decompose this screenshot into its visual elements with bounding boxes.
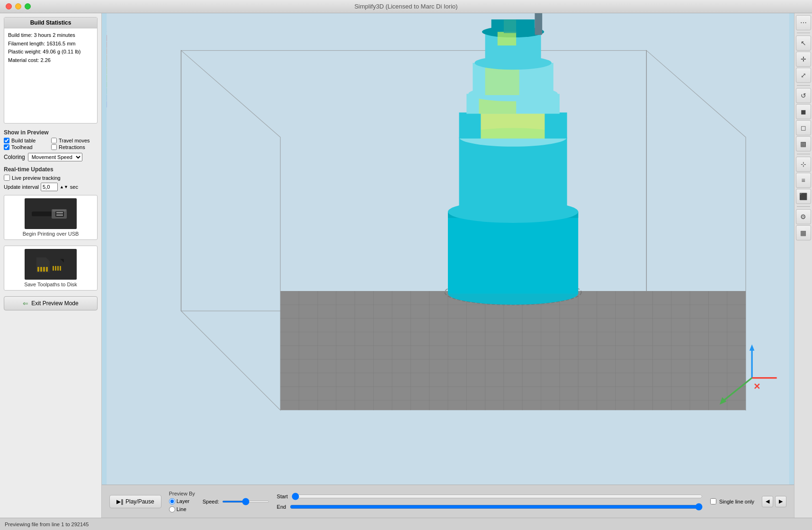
- preview-by-title: Preview By: [169, 491, 195, 496]
- end-slider-row: End: [277, 503, 703, 511]
- travel-moves-checkbox-item[interactable]: Travel moves: [51, 138, 98, 143]
- layers-button[interactable]: ≡: [796, 173, 811, 188]
- view-wireframe-button[interactable]: ◻: [796, 120, 811, 135]
- viewport-3d[interactable]: ✕: [102, 13, 794, 485]
- maximize-button[interactable]: [25, 3, 31, 9]
- prev-layer-button[interactable]: ◀: [762, 496, 773, 507]
- exit-preview-button[interactable]: ⇐ Exit Preview Mode: [4, 296, 98, 310]
- single-line-label: Single line only: [719, 499, 754, 504]
- rotate-button[interactable]: ↺: [796, 88, 811, 103]
- svg-rect-62: [479, 113, 547, 139]
- pointer-tool-button[interactable]: ↖: [796, 35, 811, 51]
- status-text: Previewing file from line 1 to 292145: [5, 521, 89, 527]
- svg-rect-74: [498, 32, 516, 45]
- axes-button[interactable]: ⊹: [796, 157, 811, 172]
- build-table-checkbox-item[interactable]: Build table: [4, 138, 50, 143]
- settings-icon: ⚙: [800, 213, 806, 221]
- update-interval-stepper[interactable]: ▲▼: [60, 185, 68, 189]
- pan-tool-button[interactable]: ✛: [796, 52, 811, 67]
- svg-rect-14: [53, 266, 54, 271]
- settings-button[interactable]: ⚙: [796, 209, 811, 224]
- layer-radio[interactable]: [169, 498, 175, 504]
- svg-rect-75: [504, 19, 516, 33]
- play-pause-button[interactable]: ▶‖ Play/Pause: [109, 495, 161, 508]
- viewport-area: Preview Mode Speed (mm/min) 9600 8676 77…: [102, 13, 794, 518]
- svg-rect-64: [544, 113, 567, 139]
- svg-rect-18: [107, 13, 789, 485]
- main-layout: Build Statistics Build time: 3 hours 2 m…: [0, 13, 812, 518]
- build-table-label: Build table: [11, 138, 36, 143]
- bottom-controls: ▶‖ Play/Pause Preview By Layer Line Spee…: [102, 485, 794, 518]
- toolhead-checkbox[interactable]: [4, 144, 9, 150]
- svg-rect-16: [57, 266, 59, 271]
- nav-arrows: ◀ ▶: [762, 496, 786, 507]
- update-interval-label: Update interval: [4, 184, 39, 190]
- line-radio-item[interactable]: Line: [169, 506, 195, 512]
- update-interval-row: Update interval ▲▼ sec: [0, 182, 101, 192]
- svg-rect-15: [55, 266, 56, 271]
- start-label: Start: [277, 494, 288, 499]
- close-button[interactable]: [6, 3, 12, 9]
- preview-checkboxes: Build table Travel moves Toolhead Retrac…: [0, 137, 101, 151]
- start-slider[interactable]: [292, 493, 703, 500]
- layer-radio-label: Layer: [177, 498, 190, 504]
- axes-icon: ⊹: [801, 160, 806, 168]
- minimize-button[interactable]: [15, 3, 21, 9]
- next-layer-button[interactable]: ▶: [775, 496, 786, 507]
- play-pause-icon: ▶‖: [116, 498, 124, 505]
- svg-rect-2: [55, 211, 64, 217]
- view-3d-button[interactable]: ⬛: [796, 189, 811, 204]
- usb-card-label: Begin Printing over USB: [23, 231, 79, 237]
- usb-icon: [32, 204, 70, 223]
- end-label: End: [277, 504, 286, 510]
- line-radio[interactable]: [169, 506, 175, 512]
- single-line-checkbox[interactable]: [710, 498, 716, 504]
- svg-rect-11: [46, 267, 48, 272]
- coloring-label: Coloring: [4, 154, 25, 160]
- live-preview-checkbox[interactable]: [4, 175, 10, 181]
- coloring-row: Coloring Movement Speed: [0, 151, 101, 163]
- build-stats-title: Build Statistics: [4, 18, 97, 28]
- layers-icon: ≡: [801, 177, 805, 184]
- play-pause-label: Play/Pause: [125, 498, 154, 505]
- build-stats-section: Build Statistics Build time: 3 hours 2 m…: [4, 17, 98, 124]
- statusbar: Previewing file from line 1 to 292145: [0, 518, 812, 530]
- zoom-tool-button[interactable]: ⤢: [796, 68, 811, 83]
- sd-image: [25, 249, 77, 280]
- toolhead-label: Toolhead: [11, 144, 33, 150]
- traffic-lights: [6, 3, 31, 9]
- svg-rect-76: [535, 13, 542, 35]
- live-preview-label: Live preview tracking: [12, 175, 61, 181]
- toolhead-checkbox-item[interactable]: Toolhead: [4, 144, 50, 150]
- solid-icon: ◼: [801, 108, 806, 115]
- coloring-select[interactable]: Movement Speed: [28, 153, 82, 161]
- view-solid-button[interactable]: ◼: [796, 104, 811, 119]
- travel-moves-checkbox[interactable]: [51, 138, 57, 143]
- retractions-checkbox[interactable]: [51, 144, 57, 150]
- material-cost: Material cost: 2.26: [8, 56, 93, 65]
- layer-radio-item[interactable]: Layer: [169, 498, 195, 504]
- build-table-checkbox[interactable]: [4, 138, 9, 143]
- usb-print-card[interactable]: Begin Printing over USB: [4, 195, 98, 240]
- svg-rect-5: [53, 210, 66, 212]
- zoom-icon: ⤢: [801, 71, 806, 79]
- view-shaded-button[interactable]: ▩: [796, 136, 811, 151]
- svg-rect-57: [448, 212, 578, 293]
- svg-rect-9: [40, 267, 42, 272]
- toolbar-separator-4: [797, 206, 810, 207]
- retractions-checkbox-item[interactable]: Retractions: [51, 144, 98, 150]
- view-3d-icon: ⬛: [799, 193, 807, 200]
- svg-rect-0: [32, 212, 53, 216]
- build-time: Build time: 3 hours 2 minutes: [8, 31, 93, 40]
- speed-slider[interactable]: [222, 501, 269, 503]
- more-options-button[interactable]: ⋯: [796, 15, 811, 30]
- retractions-label: Retractions: [59, 144, 85, 150]
- show-in-preview-label: Show in Preview: [0, 127, 101, 137]
- update-interval-input[interactable]: [41, 183, 58, 191]
- pan-icon: ✛: [801, 55, 806, 63]
- svg-rect-63: [459, 113, 481, 139]
- sd-card-card[interactable]: Save Toolpaths to Disk: [4, 246, 98, 291]
- end-slider[interactable]: [290, 503, 703, 511]
- grid-button[interactable]: ▦: [796, 225, 811, 240]
- toolbar-separator-2: [797, 85, 810, 86]
